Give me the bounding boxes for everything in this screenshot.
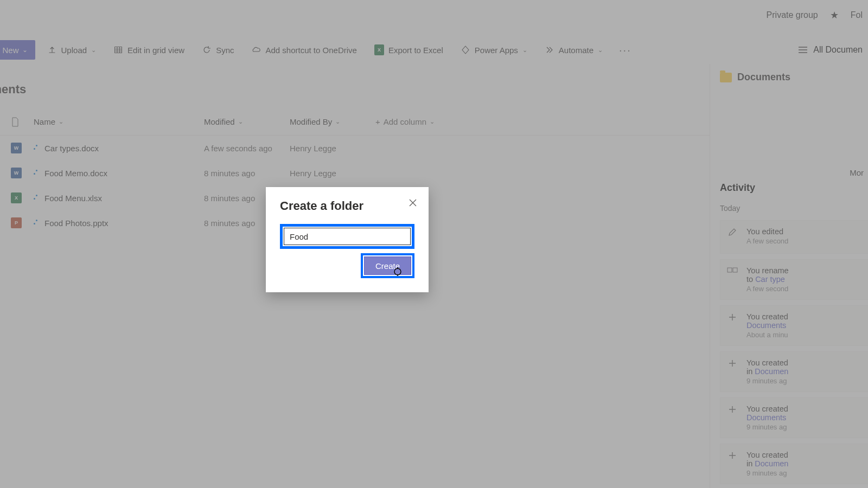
modal-overlay[interactable]	[0, 0, 868, 488]
create-button[interactable]: Create	[364, 256, 411, 275]
mouse-cursor	[393, 266, 402, 277]
create-folder-dialog: Create a folder Create	[266, 187, 429, 292]
folder-name-input[interactable]	[284, 228, 411, 245]
folder-name-highlight	[280, 224, 414, 249]
create-button-highlight: Create	[361, 253, 414, 278]
svg-point-3	[394, 268, 401, 275]
close-icon	[409, 199, 417, 207]
close-button[interactable]	[407, 197, 419, 209]
dialog-title: Create a folder	[280, 199, 414, 213]
